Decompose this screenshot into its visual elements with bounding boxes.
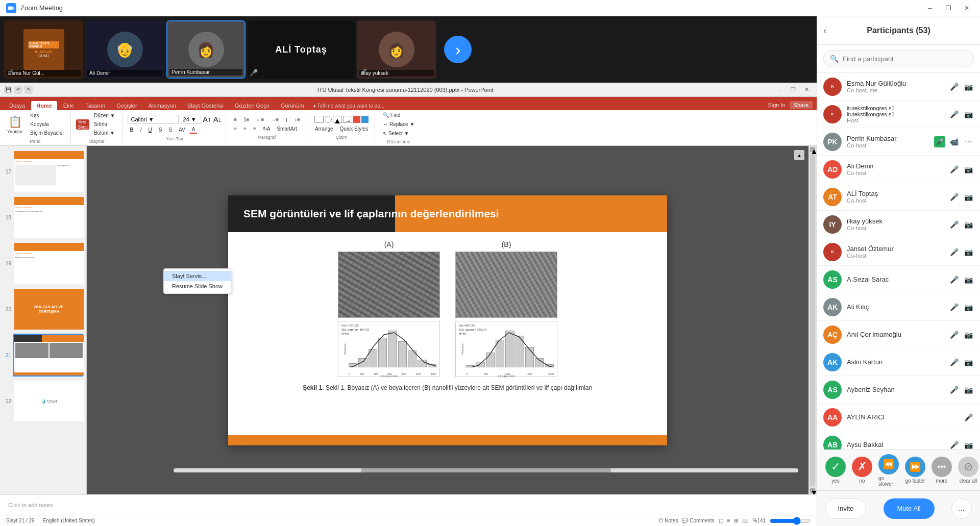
cam-icon-esma[interactable]: 📷	[963, 81, 974, 92]
mic-icon-janset[interactable]: 🎤	[948, 246, 960, 258]
view-reading-btn[interactable]: 📖	[742, 518, 748, 523]
tab-tell-me[interactable]: ♦ Tell me what you want to do...	[310, 102, 387, 110]
mic-icon-ali-toptas[interactable]: 🎤	[948, 191, 960, 203]
scroll-up-btn[interactable]: ▲	[794, 150, 804, 160]
mic-icon-itutekstil[interactable]: 🎤	[948, 109, 960, 120]
align-left-btn[interactable]: ≡	[231, 125, 239, 133]
mic-icon-anil[interactable]: 🎤	[948, 329, 960, 340]
slide-thumb-20[interactable]: BULGULAR VE TARTIŞMA	[13, 288, 83, 331]
mic-icon-ilkay[interactable]: 🎤	[948, 219, 960, 230]
ppt-close-btn[interactable]: ✕	[800, 85, 813, 95]
cam-icon-aysu[interactable]: 📷	[963, 439, 974, 450]
tab-gecisler[interactable]: Geçişler	[111, 101, 142, 110]
font-size-selector[interactable]: 24 ▼	[181, 115, 201, 124]
video-tile-ali-demir[interactable]: 👴 Ali Demir	[85, 20, 164, 79]
tab-dosya[interactable]: Dosya	[4, 101, 30, 110]
shadow-button[interactable]: S	[166, 126, 175, 134]
collapse-panel-btn[interactable]: ‹	[823, 25, 826, 36]
numbered-list-btn[interactable]: 1≡	[241, 116, 252, 123]
close-button[interactable]: ✕	[960, 3, 974, 13]
video-tile-perrin[interactable]: 👩 Perrin Kumbasar	[166, 20, 246, 79]
zoom-slider[interactable]	[770, 517, 811, 525]
notes-btn[interactable]: 🗒 Notes	[658, 518, 678, 523]
reaction-yes-btn[interactable]: ✓ yes	[822, 454, 849, 487]
font-spacing-button[interactable]: AV	[176, 126, 188, 134]
tab-gozden-gecir[interactable]: Gözden Geçir	[230, 101, 275, 110]
slide-thumb-17[interactable]: Genç ve Yüklenim Lorem ipsum text	[13, 150, 83, 193]
tab-ekle[interactable]: Ekle	[58, 101, 79, 110]
reaction-clear-all-btn[interactable]: ⊘ clear all	[955, 454, 980, 487]
video-tile-ali-toptas[interactable]: ALİ Toptaş 🎤	[248, 20, 355, 79]
copy-button[interactable]: Kopyala	[28, 120, 66, 128]
ppt-minimize-btn[interactable]: ─	[774, 85, 786, 95]
view-outline-btn[interactable]: ≡	[727, 518, 730, 523]
ppt-restore-btn[interactable]: ❐	[787, 85, 799, 95]
v-scrollbar-thumb[interactable]	[810, 154, 815, 486]
restore-button[interactable]: ❐	[941, 3, 955, 13]
comments-btn[interactable]: 💬 Comments	[682, 518, 714, 523]
slide-thumb-19[interactable]: Genç ve Yüklenim Additional content text…	[13, 242, 83, 285]
quick-styles-btn[interactable]: Quick Styles	[337, 125, 371, 133]
mic-icon-aslin[interactable]: 🎤	[948, 357, 960, 368]
shape-blue[interactable]	[361, 116, 369, 123]
cam-icon-ali-demir[interactable]: 📷	[963, 164, 974, 175]
cam-icon-aslin[interactable]: 📷	[963, 357, 974, 368]
bullet-list-btn[interactable]: ≡	[231, 116, 239, 123]
video-tile-ilkay[interactable]: 👩 🎤 ilkay yüksek	[357, 20, 436, 79]
mic-icon-asezai[interactable]: 🎤	[948, 274, 960, 285]
align-center-btn[interactable]: ≡	[241, 125, 249, 133]
cam-icon-anil[interactable]: 📷	[963, 329, 974, 340]
arrange-btn[interactable]: Arrange	[312, 125, 336, 133]
mic-icon-ali-kilic[interactable]: 🎤	[948, 302, 960, 313]
minimize-button[interactable]: ─	[923, 3, 937, 13]
tab-tasarim[interactable]: Tasarım	[80, 101, 110, 110]
context-menu-item-resume[interactable]: Resume Slide Show	[164, 281, 231, 291]
underline-button[interactable]: U	[146, 126, 155, 134]
h-scrollbar-thumb[interactable]	[361, 468, 611, 472]
shape-filled[interactable]	[353, 116, 360, 123]
columns-btn[interactable]: ⫿	[283, 116, 290, 123]
convert-to-smartart-btn[interactable]: SmartArt	[274, 125, 299, 133]
slide-thumb-22[interactable]: 📊 Chart	[13, 380, 83, 422]
more-icon-perrin[interactable]: ⋯	[963, 136, 974, 147]
ppt-notes-area[interactable]: Click to add notes	[0, 494, 817, 515]
mic-icon-aylin[interactable]: 🎤	[963, 412, 974, 423]
slide-thumb-21[interactable]	[13, 334, 83, 377]
line-spacing-btn[interactable]: ↕≡	[292, 116, 303, 123]
reaction-go-faster-btn[interactable]: ⏩ go faster	[902, 454, 928, 487]
reaction-more-btn[interactable]: ••• more	[928, 454, 955, 487]
decrease-font-btn[interactable]: A↓	[213, 115, 222, 123]
reaction-go-slower-btn[interactable]: ⏪ go slower	[875, 451, 902, 490]
cam-icon-ali-toptas[interactable]: 📷	[963, 191, 974, 203]
invite-button[interactable]: Invite	[825, 498, 866, 519]
layout-button[interactable]: Düzen ▼	[91, 112, 118, 119]
share-btn[interactable]: Share	[790, 101, 813, 109]
tab-home[interactable]: Home	[31, 101, 57, 110]
shape-arrow[interactable]: →	[343, 116, 352, 123]
mic-icon-esma[interactable]: 🎤	[948, 81, 960, 92]
tab-gorunum[interactable]: Görünüm	[276, 101, 309, 110]
cam-icon-ali-kilic[interactable]: 📷	[963, 302, 974, 313]
replace-btn[interactable]: ↔ Replace ▼	[380, 120, 417, 128]
cam-icon-janset[interactable]: 📷	[963, 246, 974, 258]
select-btn[interactable]: ↖ Select ▼	[380, 130, 417, 137]
tab-slayt-gosterisi[interactable]: Slayt Gösterisi	[182, 101, 229, 110]
v-scrollbar[interactable]: ▲ ▼	[808, 146, 817, 494]
mute-all-button[interactable]: Mute All	[884, 498, 935, 519]
strikethrough-button[interactable]: S	[156, 126, 165, 134]
video-tile-esma[interactable]: ULUSAL TEKSTİL KONGRESİ II. AR-GE GÜNÜ 🎤…	[4, 20, 83, 79]
tab-animasyon[interactable]: Animasyon	[143, 101, 181, 110]
context-menu-item-slide-servis[interactable]: Slayt Servis...	[164, 271, 231, 281]
mic-icon-aybeniz[interactable]: 🎤	[948, 384, 960, 395]
align-right-btn[interactable]: ≡	[251, 125, 259, 133]
view-slide-sorter-btn[interactable]: ⊞	[734, 518, 738, 523]
shape-oval[interactable]	[325, 116, 332, 123]
font-family-selector[interactable]: Calibri ▼	[128, 115, 179, 124]
scroll-up-arrow[interactable]: ▲	[810, 147, 815, 152]
sign-in-btn[interactable]: Sign In	[768, 102, 785, 108]
new-slide-button[interactable]: YeniSlayt	[76, 119, 89, 130]
scroll-down-arrow[interactable]: ▼	[810, 488, 815, 493]
decrease-indent-btn[interactable]: ←≡	[253, 116, 266, 123]
participant-search-input[interactable]	[843, 55, 967, 63]
cam-icon-aybeniz[interactable]: 📷	[963, 384, 974, 395]
